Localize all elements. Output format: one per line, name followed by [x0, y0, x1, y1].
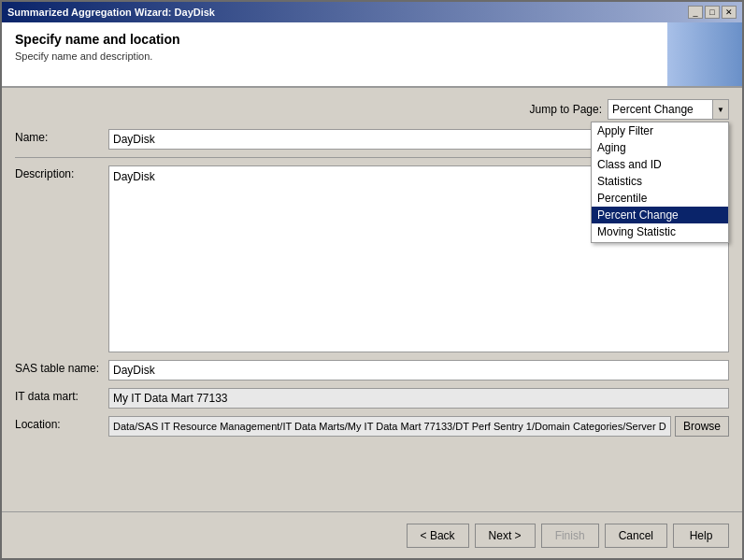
name-label: Name: — [15, 129, 108, 144]
it-data-mart-row: IT data mart: — [15, 388, 729, 409]
jump-to-page-container: ▼ Apply Filter Aging Class and ID Statis… — [608, 99, 729, 120]
dropdown-item-statistics[interactable]: Statistics — [592, 173, 728, 190]
header-section: Specify name and location Specify name a… — [2, 22, 742, 88]
main-window: Summarized Aggregation Wizard: DayDisk _… — [0, 0, 744, 560]
location-label: Location: — [15, 416, 108, 431]
next-button[interactable]: Next > — [475, 524, 536, 548]
sas-table-label: SAS table name: — [15, 360, 108, 375]
header-title: Specify name and location — [15, 32, 729, 47]
dropdown-item-percentile[interactable]: Percentile — [592, 190, 728, 207]
dropdown-item-aging[interactable]: Aging — [592, 139, 728, 156]
header-gradient — [667, 22, 742, 86]
help-button[interactable]: Help — [673, 524, 729, 548]
close-button[interactable]: ✕ — [722, 6, 737, 19]
jump-to-page-label: Jump to Page: — [530, 103, 602, 116]
dropdown-item-apply-filter[interactable]: Apply Filter — [592, 122, 728, 139]
maximize-button[interactable]: □ — [705, 6, 720, 19]
window-title: Summarized Aggregation Wizard: DayDisk — [7, 7, 215, 18]
location-input — [108, 416, 671, 437]
sas-table-input[interactable] — [108, 360, 729, 381]
title-bar: Summarized Aggregation Wizard: DayDisk _… — [2, 2, 742, 22]
minimize-button[interactable]: _ — [688, 6, 703, 19]
footer: < Back Next > Finish Cancel Help — [2, 511, 742, 558]
jump-to-page-row: Jump to Page: ▼ Apply Filter Aging Class… — [15, 99, 729, 120]
jump-to-page-dropdown: Apply Filter Aging Class and ID Statisti… — [591, 122, 729, 243]
content-area: Jump to Page: ▼ Apply Filter Aging Class… — [2, 88, 742, 511]
browse-button[interactable]: Browse — [675, 416, 729, 437]
cancel-button[interactable]: Cancel — [605, 524, 667, 548]
jump-to-page-input[interactable] — [608, 99, 729, 120]
header-subtitle: Specify name and description. — [15, 50, 729, 62]
location-row: Location: Browse — [15, 416, 729, 437]
sas-table-row: SAS table name: — [15, 360, 729, 381]
description-label: Description: — [15, 165, 108, 180]
dropdown-item-ranking[interactable]: Ranking — [592, 240, 728, 242]
dropdown-item-percent-change[interactable]: Percent Change — [592, 207, 728, 223]
location-input-row: Browse — [108, 416, 729, 437]
it-data-mart-input — [108, 388, 729, 409]
back-button[interactable]: < Back — [407, 524, 469, 548]
dropdown-item-class-and-id[interactable]: Class and ID — [592, 156, 728, 173]
it-data-mart-label: IT data mart: — [15, 388, 108, 403]
dropdown-item-moving-statistic[interactable]: Moving Statistic — [592, 223, 728, 240]
title-bar-controls: _ □ ✕ — [688, 6, 737, 19]
finish-button[interactable]: Finish — [541, 524, 599, 548]
